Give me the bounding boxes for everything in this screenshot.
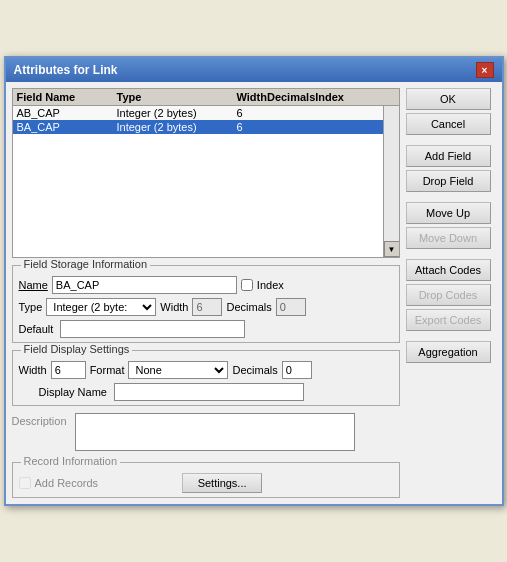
right-panel: OK Cancel Add Field Drop Field Move Up M… bbox=[406, 88, 496, 498]
field-table[interactable]: Field Name Type WidthDecimalsIndex AB_CA… bbox=[12, 88, 400, 258]
ok-button[interactable]: OK bbox=[406, 88, 491, 110]
drop-codes-button[interactable]: Drop Codes bbox=[406, 284, 491, 306]
display-width-row: Width Format None General Scientific Cur… bbox=[19, 361, 393, 379]
row-width: 6 bbox=[237, 107, 317, 119]
field-display-section: Field Display Settings Width Format None… bbox=[12, 350, 400, 406]
type-row: Type Integer (2 byte: Width Decimals bbox=[19, 298, 393, 316]
record-info-section: Record Information Add Records Settings.… bbox=[12, 462, 400, 498]
name-input[interactable] bbox=[52, 276, 237, 294]
description-label: Description bbox=[12, 415, 67, 427]
format-select[interactable]: None General Scientific Currency bbox=[128, 361, 228, 379]
dialog-window: Attributes for Link × Field Name Type Wi… bbox=[4, 56, 504, 506]
cancel-button[interactable]: Cancel bbox=[406, 113, 491, 135]
table-row[interactable]: AB_CAP Integer (2 bytes) 6 bbox=[13, 106, 399, 120]
add-records-checkbox[interactable] bbox=[19, 477, 31, 489]
scroll-down-arrow[interactable]: ▼ bbox=[384, 241, 400, 257]
record-info-title: Record Information bbox=[21, 455, 121, 467]
display-name-row: Display Name bbox=[19, 383, 393, 401]
table-row[interactable]: BA_CAP Integer (2 bytes) 6 bbox=[13, 120, 399, 134]
col-header-width: WidthDecimalsIndex bbox=[237, 91, 317, 103]
field-display-title: Field Display Settings bbox=[21, 343, 133, 355]
scroll-track[interactable] bbox=[384, 105, 399, 241]
type-label: Type bbox=[19, 301, 43, 313]
display-decimals-input[interactable] bbox=[282, 361, 312, 379]
default-row: Default bbox=[19, 320, 393, 338]
field-storage-section: Field Storage Information Name Index Typ… bbox=[12, 265, 400, 343]
row-field-name: BA_CAP bbox=[17, 121, 117, 133]
index-checkbox[interactable] bbox=[241, 279, 253, 291]
display-width-label: Width bbox=[19, 364, 47, 376]
display-width-input[interactable] bbox=[51, 361, 86, 379]
field-storage-title: Field Storage Information bbox=[21, 258, 151, 270]
dialog-title: Attributes for Link bbox=[14, 63, 118, 77]
decimals-input[interactable] bbox=[276, 298, 306, 316]
description-textarea[interactable] bbox=[75, 413, 355, 451]
name-row: Name Index bbox=[19, 276, 393, 294]
display-decimals-label: Decimals bbox=[232, 364, 277, 376]
add-records-label: Add Records bbox=[35, 477, 99, 489]
add-field-button[interactable]: Add Field bbox=[406, 145, 491, 167]
default-input[interactable] bbox=[60, 320, 245, 338]
title-bar: Attributes for Link × bbox=[6, 58, 502, 82]
col-header-field-name: Field Name bbox=[17, 91, 117, 103]
table-scrollbar[interactable]: ▲ ▼ bbox=[383, 89, 399, 257]
display-name-label: Display Name bbox=[39, 386, 107, 398]
main-content: Field Name Type WidthDecimalsIndex AB_CA… bbox=[6, 82, 502, 504]
format-label: Format bbox=[90, 364, 125, 376]
description-row: Description bbox=[12, 413, 400, 451]
type-select[interactable]: Integer (2 byte: bbox=[46, 298, 156, 316]
settings-button[interactable]: Settings... bbox=[182, 473, 262, 493]
aggregation-button[interactable]: Aggregation bbox=[406, 341, 491, 363]
close-button[interactable]: × bbox=[476, 62, 494, 78]
row-type: Integer (2 bytes) bbox=[117, 121, 237, 133]
default-label: Default bbox=[19, 323, 54, 335]
decimals-label: Decimals bbox=[226, 301, 271, 313]
export-codes-button[interactable]: Export Codes bbox=[406, 309, 491, 331]
move-down-button[interactable]: Move Down bbox=[406, 227, 491, 249]
index-label: Index bbox=[257, 279, 284, 291]
attach-codes-button[interactable]: Attach Codes bbox=[406, 259, 491, 281]
row-type: Integer (2 bytes) bbox=[117, 107, 237, 119]
row-field-name: AB_CAP bbox=[17, 107, 117, 119]
col-header-type: Type bbox=[117, 91, 237, 103]
move-up-button[interactable]: Move Up bbox=[406, 202, 491, 224]
table-header: Field Name Type WidthDecimalsIndex bbox=[13, 89, 399, 106]
add-records-row: Add Records Settings... bbox=[19, 473, 393, 493]
left-panel: Field Name Type WidthDecimalsIndex AB_CA… bbox=[12, 88, 400, 498]
width-label: Width bbox=[160, 301, 188, 313]
name-label: Name bbox=[19, 279, 48, 291]
row-width: 6 bbox=[237, 121, 317, 133]
drop-field-button[interactable]: Drop Field bbox=[406, 170, 491, 192]
display-name-input[interactable] bbox=[114, 383, 304, 401]
width-input[interactable] bbox=[192, 298, 222, 316]
